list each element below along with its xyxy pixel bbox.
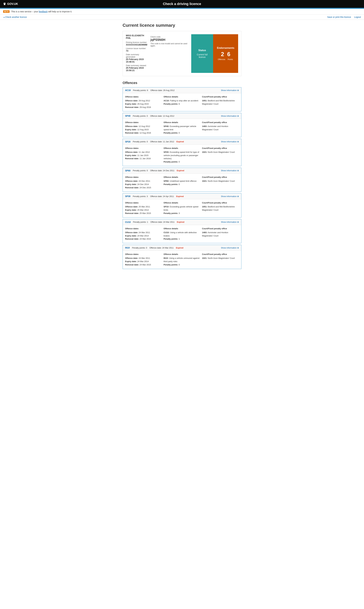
offence-dates-col: Offence dates Offence date: 24 Mar 2011 … — [125, 227, 162, 241]
show-info-link[interactable]: Show information ⊕ — [221, 115, 239, 117]
offence-header: SP40 Penalty points: 0 Offence date: 12 … — [123, 113, 241, 119]
status-boxes: Status Current full licence Endorsements… — [191, 34, 238, 73]
endorsements-title: Endorsements — [217, 47, 234, 49]
date-viewed: 25 February 2015 15:50:21 — [126, 67, 147, 72]
show-info-plus-icon: ⊕ — [237, 169, 239, 172]
offence-header-left: SP60 Penalty points: 0 Offence date: 24 … — [125, 169, 184, 172]
offence-detail-col: Offence details IN10: Using a vehicle un… — [164, 253, 200, 266]
page-title: Current licence summary — [123, 23, 241, 28]
offence-date-meta: Offence date: 24 Apr 2011 — [150, 195, 174, 197]
offence-detail-col: Offence details SP20: Exceeding speed li… — [164, 147, 200, 164]
offence-dates-content: Offence date: 12 Aug 2012 Expiry date: 1… — [125, 125, 162, 134]
summary-card: MISS ELIZABETH PHIL Driving licence numb… — [123, 31, 241, 76]
show-info-plus-icon: ⊕ — [237, 115, 239, 117]
offence-court-content: 1021: North Avon Magistrates' Court — [202, 257, 239, 260]
offence-detail-col: Offence details CU10: Using a vehicle wi… — [164, 227, 200, 241]
offence-header: SP30 Penalty points: 3 Offence date: 24 … — [123, 194, 241, 199]
beta-banner: BETA This is a new service – your feedba… — [0, 9, 364, 14]
offence-date-meta: Offence date: 12 Aug 2012 — [150, 115, 174, 117]
offence-dates-title: Offence dates — [125, 121, 162, 124]
offences-list: AC10 Penalty points: 6 Offence date: 29 … — [123, 87, 241, 269]
show-info-plus-icon: ⊕ — [237, 221, 239, 223]
offence-code: SP40 — [125, 115, 130, 117]
show-info-link[interactable]: Show information ⊕ — [221, 141, 239, 143]
offence-detail-content: IN10: Using a vehicle uninsured against … — [164, 257, 200, 266]
offence-header-left: SP40 Penalty points: 0 Offence date: 12 … — [125, 115, 174, 117]
offence-court-col: Court/Fixed penalty office 1021: North A… — [202, 253, 239, 266]
offence-header-left: CU10 Penalty points: 1 Offence date: 24 … — [125, 221, 184, 223]
endorsement-labels: Offences Points — [218, 58, 234, 61]
offence-code: IN10 — [125, 246, 130, 249]
offence-card: SP20 Penalty points: 0 Offence date: 11 … — [123, 139, 241, 166]
beta-badge: BETA — [3, 10, 10, 13]
offence-details: Offence dates Offence date: 24 Mar 2011 … — [123, 251, 241, 269]
offence-court-col: Court/Fixed penalty office 1021: North A… — [202, 147, 239, 164]
logout-link[interactable]: Logout — [354, 16, 361, 18]
offence-penalty-points: Penalty points: 1 — [133, 221, 148, 223]
offence-detail-col: Offence details SP60: Undefined speed li… — [164, 176, 200, 189]
offence-penalty-points: Penalty points: 0 — [133, 169, 148, 172]
licence-number: XXXXXXX010E99MM — [126, 43, 147, 46]
offence-dates-content: Offence date: 25 Mar 2011 Expiry date: 2… — [125, 205, 162, 215]
offence-detail-title: Offence details — [164, 202, 200, 204]
offence-court-col: Court/Fixed penalty office 1493: Axminst… — [202, 227, 239, 241]
offence-court-content: 1051: Bedford and Mid Bedfordshire Magis… — [202, 205, 239, 212]
offence-header: IN10 Penalty points: 0 Offence date: 24 … — [123, 245, 241, 251]
offence-detail-title: Offence details — [164, 147, 200, 149]
offence-detail-content: SP60: Undefined speed limit offence Pena… — [164, 180, 200, 186]
offence-detail-col: Offence details SP10: Exceeding goods ve… — [164, 202, 200, 215]
offence-court-col: Court/Fixed penalty office 1051: Bedford… — [202, 96, 239, 109]
gov-logo: ♛ GOV.UK — [3, 2, 18, 6]
show-info-link[interactable]: Show information ⊕ — [221, 169, 239, 172]
offences-section-title: Offences — [123, 81, 241, 85]
offence-court-title: Court/Fixed penalty office — [202, 147, 239, 149]
show-info-link[interactable]: Show information ⊕ — [221, 247, 239, 249]
save-print-link[interactable]: Save or print this licence — [327, 16, 351, 18]
offence-court-col: Court/Fixed penalty office 1021: North A… — [202, 176, 239, 189]
offence-header: CU10 Penalty points: 1 Offence date: 24 … — [123, 219, 241, 225]
show-info-link[interactable]: Show information ⊕ — [221, 89, 239, 91]
offence-court-title: Court/Fixed penalty office — [202, 96, 239, 98]
offence-card: SP60 Penalty points: 0 Offence date: 24 … — [123, 168, 241, 192]
offence-header: SP20 Penalty points: 0 Offence date: 11 … — [123, 139, 241, 144]
expired-badge: Expired — [177, 221, 184, 223]
offences-label: Offences — [218, 58, 224, 61]
offence-dates-content: Offence date: 24 Mar 2011 Expiry date: 2… — [125, 257, 162, 266]
page-header-title: Check a driving licence — [163, 2, 201, 6]
driver-name: MISS ELIZABETH PHIL — [126, 34, 147, 39]
feedback-link[interactable]: feedback — [39, 10, 48, 13]
offence-penalty-points: Penalty points: 3 — [133, 195, 148, 197]
offence-detail-col: Offence details SP40: Exceeding passenge… — [164, 121, 200, 134]
show-info-plus-icon: ⊕ — [237, 195, 239, 197]
offence-code: AC10 — [125, 89, 131, 91]
status-title: Status — [198, 49, 206, 52]
offence-detail-content: CU10: Using a vehicle with defective bra… — [164, 231, 200, 241]
offence-header: SP60 Penalty points: 0 Offence date: 24 … — [123, 168, 241, 173]
offence-header-left: SP30 Penalty points: 3 Offence date: 24 … — [125, 195, 184, 197]
crown-icon: ♛ — [3, 2, 6, 6]
offence-dates-title: Offence dates — [125, 96, 162, 98]
offence-court-col: Court/Fixed penalty office 1051: Bedford… — [202, 202, 239, 215]
expired-badge: Expired — [176, 195, 184, 197]
offence-code: SP20 — [125, 141, 130, 143]
show-info-plus-icon: ⊕ — [237, 141, 239, 143]
offence-court-content: 1021: North Avon Magistrates' Court — [202, 180, 239, 183]
offence-card: IN10 Penalty points: 0 Offence date: 24 … — [123, 245, 241, 269]
offence-dates-content: Offence date: 11 Jan 2012 Expiry date: 1… — [125, 151, 162, 160]
expired-badge: Expired — [177, 169, 184, 172]
date-viewed-row: Date summary viewed: 25 February 2015 15… — [126, 64, 147, 72]
offence-detail-content: SP20: Exceeding speed limit for type of … — [164, 151, 200, 164]
check-another-link[interactable]: Check another licence — [3, 16, 27, 18]
show-info-link[interactable]: Show information ⊕ — [221, 195, 239, 197]
offence-court-content: 1021: North Avon Magistrates' Court — [202, 151, 239, 154]
offence-header-left: SP20 Penalty points: 0 Offence date: 11 … — [125, 141, 184, 143]
show-info-link[interactable]: Show information ⊕ — [221, 221, 239, 223]
offence-details: Offence dates Offence date: 12 Aug 2012 … — [123, 119, 241, 137]
offence-court-title: Court/Fixed penalty office — [202, 121, 239, 124]
endorsements-box: Endorsements 2 6 Offences Points — [213, 34, 238, 73]
offence-details: Offence dates Offence date: 25 Mar 2011 … — [123, 199, 241, 217]
points-label: Points — [227, 58, 234, 61]
offence-dates-title: Offence dates — [125, 253, 162, 255]
offence-details: Offence dates Offence date: 11 Jan 2012 … — [123, 144, 241, 166]
offence-card: AC10 Penalty points: 6 Offence date: 29 … — [123, 87, 241, 111]
